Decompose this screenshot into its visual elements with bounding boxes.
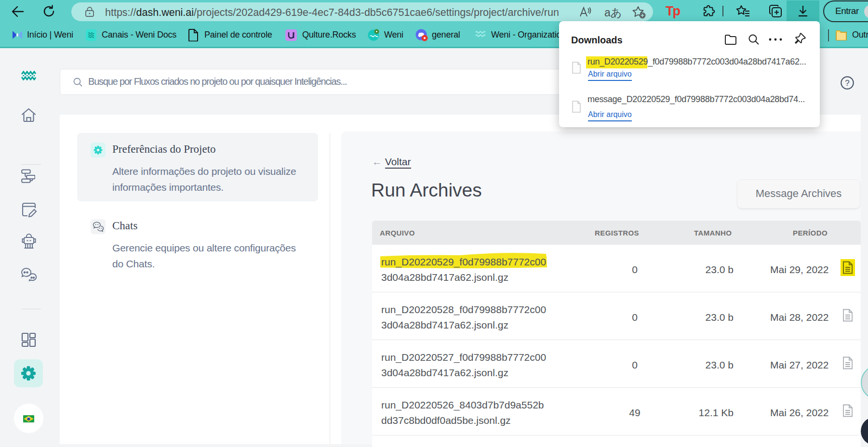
svg-text:?: ? bbox=[845, 79, 849, 88]
